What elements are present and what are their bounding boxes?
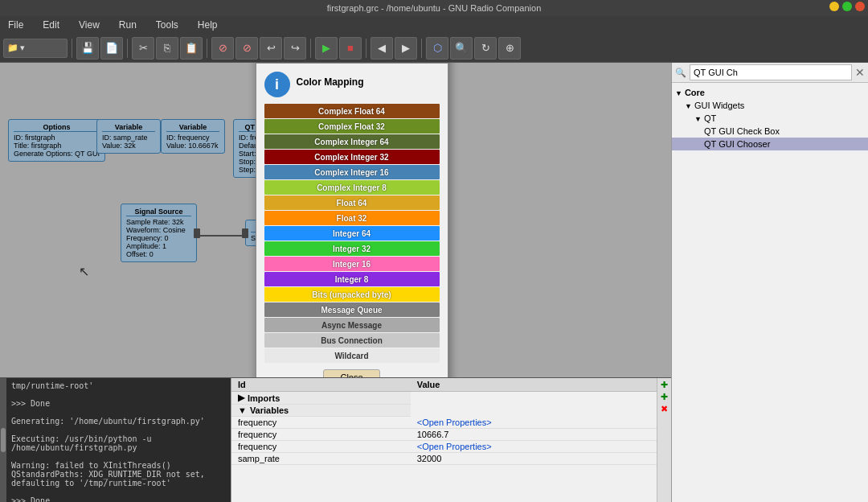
- tree-triangle-gui-widgets: ▼: [685, 102, 692, 110]
- menu-help[interactable]: Help: [193, 18, 223, 32]
- color-row-complex-integer-16: Complex Integer 16: [264, 165, 440, 179]
- minimize-button[interactable]: [829, 2, 839, 11]
- console-line-9: Warning: failed to XInitThreads(): [11, 461, 227, 470]
- console-panel[interactable]: tmp/runtime-root' >>> Done Generating: '…: [0, 378, 231, 502]
- toolbar-sep-6: [421, 39, 422, 58]
- menu-tools[interactable]: Tools: [151, 18, 183, 32]
- toolbar-undo2-button[interactable]: ↩: [260, 37, 282, 60]
- color-row-complex-integer-64: Complex Integer 64: [264, 134, 440, 149]
- canvas-area[interactable]: Options ID: firstgraph Title: firstgraph…: [0, 63, 671, 377]
- toolbar-redo-button[interactable]: ⊘: [235, 37, 258, 60]
- props-variables-triangle: ▼: [238, 405, 247, 415]
- props-row-4: samp_rate 32000: [231, 453, 657, 465]
- tree-triangle-qt: ▼: [694, 115, 702, 123]
- menu-run[interactable]: Run: [114, 18, 141, 32]
- canvas-and-console: Options ID: firstgraph Title: firstgraph…: [0, 63, 671, 502]
- search-clear-button[interactable]: ✕: [855, 66, 865, 79]
- console-line-12: >>> Done: [11, 496, 227, 502]
- dropdown-arrow-icon: ▾: [20, 43, 25, 53]
- props-table: Id Value ▶ Imports ▼ Variables: [231, 378, 657, 465]
- toolbar-misc-button[interactable]: ⊕: [498, 37, 521, 60]
- toolbar-refresh-button[interactable]: ↻: [474, 37, 497, 60]
- toolbar-stop-button[interactable]: ■: [339, 37, 362, 60]
- menu-view[interactable]: View: [74, 18, 104, 32]
- props-row4-id: samp_rate: [231, 453, 411, 465]
- props-right-buttons: ✚ ✚ ✖: [657, 378, 671, 502]
- toolbar: 📁 ▾ 💾 📄 ✂ ⎘ 📋 ⊘ ⊘ ↩ ↪ ▶ ■ ◀ ▶ ⬡ 🔍 ↻ ⊕: [0, 34, 868, 63]
- dialog-close-button[interactable]: Close: [323, 369, 379, 377]
- toolbar-paste-button[interactable]: 📋: [180, 37, 203, 60]
- console-line-5: Generating: '/home/ubuntu/firstgraph.py': [11, 417, 227, 426]
- props-panel: Id Value ▶ Imports ▼ Variables: [231, 378, 657, 502]
- window-controls: [829, 2, 865, 11]
- close-button[interactable]: [855, 2, 865, 11]
- folder-icon: 📁: [7, 43, 18, 53]
- tree-item-qt-gui-check-box[interactable]: QT GUI Check Box: [672, 125, 868, 138]
- toolbar-cut-button[interactable]: ✂: [132, 37, 154, 60]
- props-imports-triangle: ▶: [238, 393, 244, 403]
- toolbar-open-dropdown[interactable]: 📁 ▾: [3, 39, 68, 58]
- console-scrollbar-thumb: [1, 428, 6, 452]
- toolbar-undo-button[interactable]: ⊘: [211, 37, 234, 60]
- console-line-1: tmp/runtime-root': [11, 381, 227, 390]
- props-row3-value[interactable]: <Open Properties>: [411, 441, 657, 453]
- console-line-2: [11, 390, 227, 399]
- color-row-complex-float-32: Complex Float 32: [264, 119, 440, 134]
- menu-edit[interactable]: Edit: [38, 18, 64, 32]
- toolbar-new-button[interactable]: 📄: [100, 37, 123, 60]
- toolbar-sep-4: [310, 39, 311, 58]
- dialog-overlay: Types ✕ i Color Mapping Complex Float 64…: [0, 63, 671, 377]
- props-row4-value: 32000: [411, 453, 657, 465]
- props-row1-value[interactable]: <Open Properties>: [411, 417, 657, 429]
- menu-file[interactable]: File: [3, 18, 28, 32]
- toolbar-add-button[interactable]: ⬡: [426, 37, 448, 60]
- search-input[interactable]: [690, 64, 852, 80]
- types-dialog: Types ✕ i Color Mapping Complex Float 64…: [256, 63, 448, 377]
- toolbar-redo2-button[interactable]: ↪: [284, 37, 306, 60]
- toolbar-sep-5: [366, 39, 366, 58]
- props-col-value: Value: [411, 378, 657, 392]
- toolbar-run-button[interactable]: ▶: [315, 37, 338, 60]
- color-row-integer-8: Integer 8: [264, 272, 440, 286]
- color-rows-container: Complex Float 64Complex Float 32Complex …: [264, 104, 440, 363]
- props-open-props-link-1[interactable]: <Open Properties>: [417, 418, 492, 427]
- toolbar-next-button[interactable]: ▶: [395, 37, 417, 60]
- dialog-section-title: Color Mapping: [297, 76, 364, 88]
- props-row-2: frequency 10666.7: [231, 429, 657, 441]
- color-row-complex-integer-32: Complex Integer 32: [264, 150, 440, 164]
- add-row-button[interactable]: ✚: [661, 380, 668, 390]
- props-row-3: frequency <Open Properties>: [231, 441, 657, 453]
- console-scrollbar[interactable]: [0, 378, 6, 502]
- props-variables-label: ▼ Variables: [231, 405, 411, 417]
- color-row-float-32: Float 32: [264, 211, 440, 225]
- console-line-10: QStandardPaths: XDG_RUNTIME_DIR not set,…: [11, 470, 227, 488]
- tree-item-qt[interactable]: ▼QT: [672, 112, 868, 125]
- add-row-button-2[interactable]: ✚: [661, 392, 668, 402]
- tree-item-gui-widgets[interactable]: ▼GUI Widgets: [672, 99, 868, 112]
- remove-row-button[interactable]: ✖: [661, 404, 668, 414]
- right-panel-search: 🔍 ✕: [672, 63, 868, 83]
- color-row-integer-32: Integer 32: [264, 241, 440, 256]
- search-icon: 🔍: [675, 68, 686, 78]
- props-row2-id: frequency: [231, 429, 411, 441]
- toolbar-prev-button[interactable]: ◀: [371, 37, 393, 60]
- console-line-4: [11, 408, 227, 417]
- props-row2-value: 10666.7: [411, 429, 657, 441]
- color-row-bits-(unpacked-byte): Bits (unpacked byte): [264, 287, 440, 302]
- color-row-message-queue: Message Queue: [264, 302, 440, 317]
- bottom-area: tmp/runtime-root' >>> Done Generating: '…: [0, 377, 671, 502]
- props-row1-id: frequency: [231, 417, 411, 429]
- tree-triangle-core: ▼: [675, 89, 682, 97]
- info-icon: i: [264, 72, 290, 97]
- props-open-props-link-2[interactable]: <Open Properties>: [417, 442, 492, 451]
- tree-item-qt-gui-chooser[interactable]: QT GUI Chooser: [672, 138, 868, 150]
- window-title: firstgraph.grc - /home/ubuntu - GNU Radi…: [327, 2, 542, 14]
- console-line-6: [11, 426, 227, 434]
- dialog-body: i Color Mapping Complex Float 64Complex …: [256, 64, 448, 377]
- maximize-button[interactable]: [842, 2, 852, 11]
- toolbar-copy-button[interactable]: ⎘: [156, 37, 178, 60]
- tree-item-core[interactable]: ▼Core: [672, 86, 868, 99]
- toolbar-save-button[interactable]: 💾: [76, 37, 99, 60]
- toolbar-find-button[interactable]: 🔍: [450, 37, 473, 60]
- console-line-7: Executing: /usr/bin/python -u /home/ubun…: [11, 434, 227, 452]
